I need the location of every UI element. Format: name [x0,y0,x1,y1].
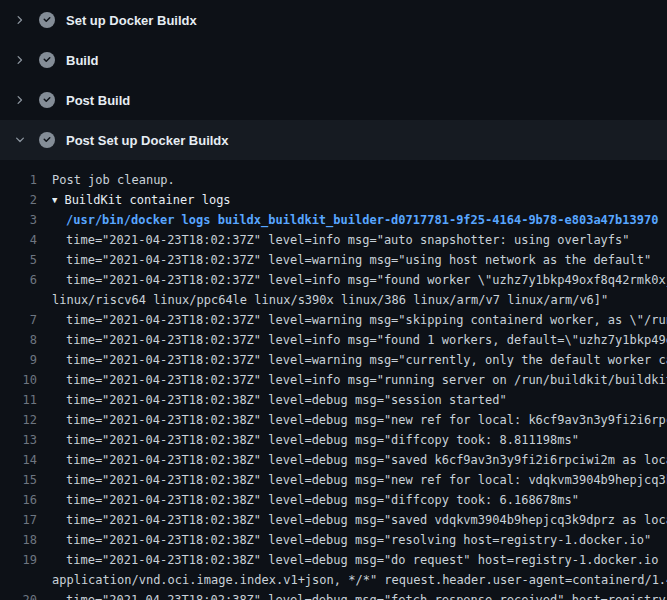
log-line-number[interactable]: 5 [0,250,52,270]
check-circle-icon [39,92,55,108]
log-line-number[interactable]: 18 [0,530,52,550]
log-line: 8time="2021-04-23T18:02:37Z" level=info … [0,330,667,350]
log-line-number[interactable]: 13 [0,430,52,450]
step-label: Set up Docker Buildx [66,13,197,28]
log-line-number[interactable]: 9 [0,350,52,370]
log-line-number[interactable]: 3 [0,210,52,230]
log-line-number[interactable]: 10 [0,370,52,390]
log-line: 17time="2021-04-23T18:02:38Z" level=debu… [0,510,667,530]
log-line-text: time="2021-04-23T18:02:38Z" level=debug … [52,450,667,470]
step-label: Build [66,53,99,68]
log-line-number[interactable]: 6 [0,270,52,290]
log-line-text: application/vnd.oci.image.index.v1+json,… [52,570,667,590]
check-circle-icon [39,132,55,148]
log-line-number[interactable]: 7 [0,310,52,330]
log-line: 18time="2021-04-23T18:02:38Z" level=debu… [0,530,667,550]
chevron-right-icon [14,14,26,26]
group-collapse-icon[interactable]: ▼ [52,190,57,210]
log-line-text: linux/riscv64 linux/ppc64le linux/s390x … [52,290,667,310]
log-line-text: time="2021-04-23T18:02:38Z" level=debug … [52,410,667,430]
chevron-right-icon [14,94,26,106]
chevron-right-icon [14,54,26,66]
log-line-number [0,570,52,590]
step-label: Post Build [66,93,130,108]
log-line: 16time="2021-04-23T18:02:38Z" level=debu… [0,490,667,510]
log-line-text: time="2021-04-23T18:02:38Z" level=debug … [52,430,667,450]
log-line: 15time="2021-04-23T18:02:38Z" level=debu… [0,470,667,490]
log-line: 7time="2021-04-23T18:02:37Z" level=warni… [0,310,667,330]
log-line: 6time="2021-04-23T18:02:37Z" level=info … [0,270,667,290]
log-line-number[interactable]: 11 [0,390,52,410]
log-line-text: time="2021-04-23T18:02:37Z" level=info m… [52,270,667,290]
log-line-text: Post job cleanup. [52,170,667,190]
log-line-number[interactable]: 20 [0,590,52,600]
log-line: 1Post job cleanup. [0,170,667,190]
log-line: 13time="2021-04-23T18:02:38Z" level=debu… [0,430,667,450]
step-label: Post Set up Docker Buildx [66,133,229,148]
log-line-number[interactable]: 2 [0,190,52,210]
log-line-text: time="2021-04-23T18:02:38Z" level=debug … [52,530,667,550]
log-line-text: time="2021-04-23T18:02:38Z" level=debug … [52,390,667,410]
log-area[interactable]: 1Post job cleanup.2▼BuildKit container l… [0,160,667,600]
log-line-text: time="2021-04-23T18:02:38Z" level=debug … [52,490,667,510]
check-circle-icon [39,52,55,68]
step-header-setup-docker-buildx[interactable]: Set up Docker Buildx [0,0,667,40]
log-line-number[interactable]: 1 [0,170,52,190]
log-group-title[interactable]: ▼BuildKit container logs [52,190,667,210]
log-line: 4time="2021-04-23T18:02:37Z" level=info … [0,230,667,250]
step-header-post-setup-docker-buildx[interactable]: Post Set up Docker Buildx [0,120,667,160]
log-line-number[interactable]: 14 [0,450,52,470]
chevron-down-icon [14,134,26,146]
check-circle-icon [39,12,55,28]
log-line-text: time="2021-04-23T18:02:37Z" level=info m… [52,330,667,350]
log-line-number[interactable]: 15 [0,470,52,490]
log-line-text: time="2021-04-23T18:02:38Z" level=debug … [52,470,667,490]
log-line: application/vnd.oci.image.index.v1+json,… [0,570,667,590]
log-command-text: /usr/bin/docker logs buildx_buildkit_bui… [52,210,667,230]
log-line: 19time="2021-04-23T18:02:38Z" level=debu… [0,550,667,570]
log-line: 14time="2021-04-23T18:02:38Z" level=debu… [0,450,667,470]
log-line: 12time="2021-04-23T18:02:38Z" level=debu… [0,410,667,430]
log-line-number[interactable]: 19 [0,550,52,570]
log-line: 11time="2021-04-23T18:02:38Z" level=debu… [0,390,667,410]
log-line-text: time="2021-04-23T18:02:37Z" level=info m… [52,230,667,250]
log-line-number [0,290,52,310]
log-line-number[interactable]: 17 [0,510,52,530]
log-line: 9time="2021-04-23T18:02:37Z" level=warni… [0,350,667,370]
log-line-text: time="2021-04-23T18:02:37Z" level=warnin… [52,250,667,270]
log-line-text: time="2021-04-23T18:02:37Z" level=warnin… [52,350,667,370]
log-line-number[interactable]: 8 [0,330,52,350]
log-line: 2▼BuildKit container logs [0,190,667,210]
log-line: 5time="2021-04-23T18:02:37Z" level=warni… [0,250,667,270]
log-line: 20time="2021-04-23T18:02:38Z" level=debu… [0,590,667,600]
step-list: Set up Docker Buildx Build Post Build [0,0,667,160]
log-line-number[interactable]: 16 [0,490,52,510]
log-line-text: time="2021-04-23T18:02:38Z" level=debug … [52,550,667,570]
log-line: 10time="2021-04-23T18:02:37Z" level=info… [0,370,667,390]
step-header-post-build[interactable]: Post Build [0,80,667,120]
log-line: linux/riscv64 linux/ppc64le linux/s390x … [0,290,667,310]
log-line-text: time="2021-04-23T18:02:38Z" level=debug … [52,510,667,530]
step-header-build[interactable]: Build [0,40,667,80]
log-line-text: time="2021-04-23T18:02:37Z" level=info m… [52,370,667,390]
log-line-number[interactable]: 12 [0,410,52,430]
workflow-log-viewer: Set up Docker Buildx Build Post Build [0,0,667,600]
log-line-text: time="2021-04-23T18:02:37Z" level=warnin… [52,310,667,330]
log-line-number[interactable]: 4 [0,230,52,250]
log-line: 3/usr/bin/docker logs buildx_buildkit_bu… [0,210,667,230]
log-line-text: time="2021-04-23T18:02:38Z" level=debug … [52,590,667,600]
